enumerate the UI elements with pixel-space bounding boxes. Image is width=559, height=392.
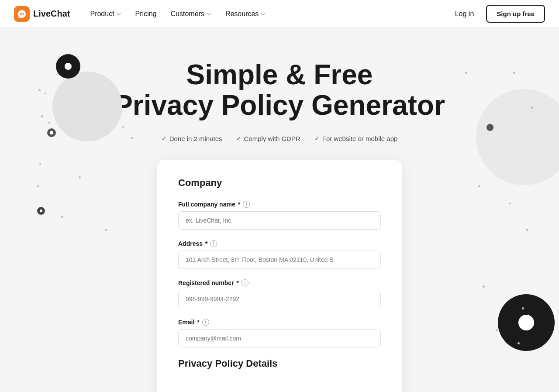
label-company-name: Full company name * i: [178, 201, 381, 208]
nav-actions: Log in Sign up free: [450, 5, 545, 23]
required-star: *: [197, 319, 199, 326]
chevron-down-icon: [206, 11, 211, 17]
form-card: Company Full company name * i Address * …: [157, 160, 402, 392]
privacy-section-title: Privacy Policy Details: [178, 358, 381, 369]
login-button[interactable]: Log in: [450, 7, 480, 21]
hero-title: Simple & Free Privacy Policy Generator: [14, 59, 545, 121]
main-nav: LiveChat Product Pricing Customers Resou…: [0, 0, 559, 28]
input-registered-number[interactable]: [178, 290, 381, 308]
nav-resources[interactable]: Resources: [219, 7, 272, 21]
nav-links: Product Pricing Customers Resources: [84, 7, 449, 21]
info-icon[interactable]: i: [243, 201, 250, 208]
check-icon: ✓: [162, 135, 167, 142]
nav-customers[interactable]: Customers: [165, 7, 217, 21]
field-company-name: Full company name * i: [178, 201, 381, 230]
required-star: *: [237, 279, 239, 286]
nav-product[interactable]: Product: [84, 7, 127, 21]
hero-feature-3: ✓ For website or mobile app: [314, 135, 398, 142]
hero-feature-2: ✓ Comply with GDPR: [236, 135, 300, 142]
field-address: Address * i: [178, 240, 381, 269]
main-content: Simple & Free Privacy Policy Generator ✓…: [0, 28, 559, 392]
hero-feature-1: ✓ Done in 2 minutes: [162, 135, 222, 142]
company-section-title: Company: [178, 177, 381, 189]
required-star: *: [205, 240, 207, 247]
logo-icon: [14, 6, 30, 22]
svg-point-2: [21, 13, 23, 15]
label-registered-number: Registered number * i: [178, 279, 381, 286]
hero-features: ✓ Done in 2 minutes ✓ Comply with GDPR ✓…: [14, 135, 545, 142]
svg-point-1: [20, 13, 21, 15]
hero-section: Simple & Free Privacy Policy Generator ✓…: [0, 28, 559, 160]
required-star: *: [238, 201, 240, 208]
check-icon: ✓: [236, 135, 242, 142]
input-company-name[interactable]: [178, 211, 381, 230]
label-address: Address * i: [178, 240, 381, 247]
check-icon: ✓: [314, 135, 320, 142]
chevron-down-icon: [260, 11, 266, 17]
form-section: Company Full company name * i Address * …: [0, 160, 559, 392]
info-icon[interactable]: i: [210, 240, 217, 247]
info-icon[interactable]: i: [202, 319, 209, 326]
field-registered-number: Registered number * i: [178, 279, 381, 308]
svg-point-3: [23, 13, 24, 15]
nav-pricing[interactable]: Pricing: [129, 7, 163, 21]
input-email[interactable]: [178, 329, 381, 347]
signup-button[interactable]: Sign up free: [486, 5, 545, 23]
logo-text: LiveChat: [33, 9, 70, 19]
field-email: Email * i: [178, 319, 381, 347]
input-address[interactable]: [178, 251, 381, 269]
chevron-down-icon: [116, 11, 121, 17]
logo[interactable]: LiveChat: [14, 6, 70, 22]
info-icon[interactable]: i: [242, 279, 248, 286]
label-email: Email * i: [178, 319, 381, 326]
